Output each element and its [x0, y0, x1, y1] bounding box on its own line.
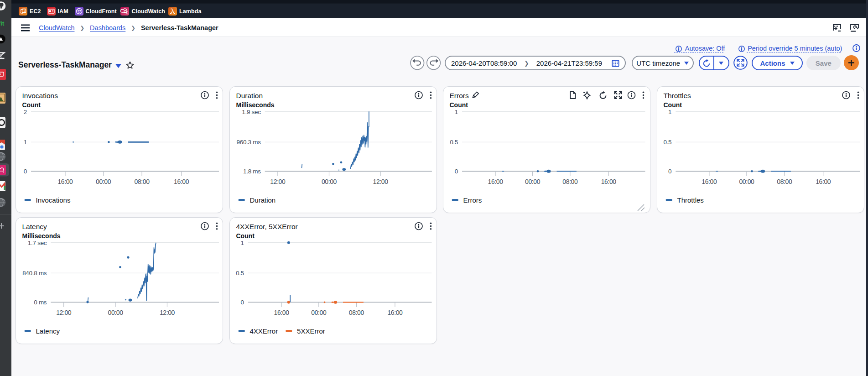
svg-text:12:00: 12:00 [270, 178, 286, 185]
svg-text:08:00: 08:00 [348, 309, 364, 316]
svg-text:12:00: 12:00 [160, 309, 175, 316]
svg-text:16:00: 16:00 [488, 178, 504, 185]
svg-text:Count: Count [450, 101, 468, 108]
svg-text:0: 0 [455, 168, 458, 175]
svg-text:00:00: 00:00 [739, 178, 754, 185]
svg-text:08:00: 08:00 [777, 178, 792, 185]
svg-text:1.9 sec: 1.9 sec [242, 108, 261, 115]
svg-text:Errors: Errors [450, 91, 469, 99]
svg-text:Count: Count [663, 101, 682, 108]
svg-text:16:00: 16:00 [274, 309, 289, 316]
svg-text:16:00: 16:00 [57, 178, 73, 185]
svg-text:0.5: 0.5 [450, 139, 458, 146]
svg-text:Duration: Duration [249, 196, 275, 204]
svg-text:16:00: 16:00 [174, 178, 189, 185]
svg-text:0: 0 [24, 168, 27, 175]
svg-text:00:00: 00:00 [96, 178, 111, 185]
svg-text:1: 1 [668, 108, 671, 115]
svg-text:Latency: Latency [36, 327, 60, 335]
svg-text:08:00: 08:00 [562, 178, 578, 185]
svg-text:0: 0 [240, 299, 244, 306]
svg-text:960.3 ms: 960.3 ms [236, 139, 261, 146]
svg-text:Count: Count [236, 232, 255, 240]
svg-text:00:00: 00:00 [311, 309, 327, 316]
svg-text:00:00: 00:00 [108, 309, 124, 316]
svg-text:16:00: 16:00 [702, 178, 717, 185]
svg-text:2: 2 [24, 108, 27, 115]
svg-text:Milliseconds: Milliseconds [22, 232, 61, 240]
svg-text:00:00: 00:00 [321, 178, 337, 185]
svg-text:Invocations: Invocations [22, 91, 58, 99]
svg-text:Count: Count [22, 101, 41, 108]
svg-text:0.5: 0.5 [235, 270, 244, 277]
svg-text:00:00: 00:00 [525, 178, 541, 185]
svg-text:1: 1 [24, 139, 27, 146]
svg-text:Latency: Latency [22, 223, 47, 230]
svg-text:1: 1 [240, 240, 244, 246]
svg-text:fit: fit [0, 20, 5, 27]
svg-text:0 ms: 0 ms [34, 299, 47, 306]
svg-text:12:00: 12:00 [373, 178, 388, 185]
svg-text:Invocations: Invocations [36, 196, 71, 204]
svg-text:1: 1 [455, 108, 458, 115]
svg-text:12:00: 12:00 [56, 309, 72, 316]
svg-text:4XXError, 5XXError: 4XXError, 5XXError [236, 223, 297, 230]
svg-text:Throttles: Throttles [677, 196, 703, 204]
svg-text:Milliseconds: Milliseconds [236, 101, 274, 108]
svg-text:4XXError: 4XXError [249, 327, 278, 335]
svg-text:16:00: 16:00 [387, 309, 403, 316]
svg-text:Duration: Duration [236, 91, 263, 99]
svg-text:08:00: 08:00 [135, 178, 150, 185]
svg-text:5XXError: 5XXError [297, 327, 325, 335]
svg-text:1.8 ms: 1.8 ms [243, 168, 260, 175]
svg-text:0: 0 [668, 168, 671, 175]
svg-text:840.8 ms: 840.8 ms [22, 270, 47, 277]
svg-text:0.5: 0.5 [663, 139, 671, 146]
svg-text:Errors: Errors [463, 196, 482, 204]
svg-text:16:00: 16:00 [601, 178, 617, 185]
svg-text:16:00: 16:00 [816, 178, 831, 185]
svg-text:Throttles: Throttles [663, 91, 691, 99]
svg-text:1.7 sec: 1.7 sec [28, 240, 47, 246]
